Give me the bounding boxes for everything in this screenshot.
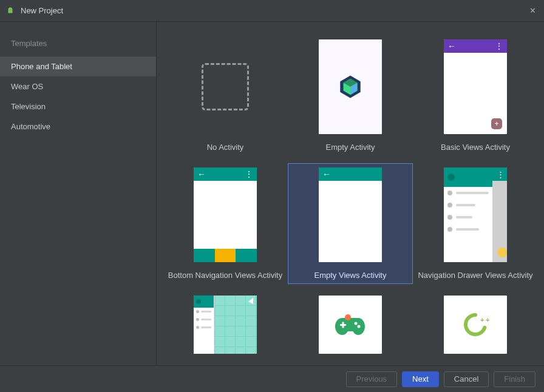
titlebar: New Project ✕ xyxy=(0,0,544,22)
template-label: Empty Activity xyxy=(326,143,375,152)
thumbnail xyxy=(194,296,257,354)
svg-text:+: + xyxy=(480,316,484,323)
cancel-button[interactable]: Cancel xyxy=(444,371,489,387)
sidebar-item-wear-os[interactable]: Wear OS xyxy=(0,76,156,96)
template-navigation-drawer[interactable]: ⋮ Navigation Drawer Views Activity xyxy=(413,163,538,284)
dashed-placeholder-icon xyxy=(202,63,249,110)
cpp-icon: + + xyxy=(457,313,494,337)
overflow-menu-icon: ⋮ xyxy=(495,41,503,51)
sidebar-item-automotive[interactable]: Automotive xyxy=(0,117,156,137)
overflow-menu-icon: ⋮ xyxy=(497,170,505,179)
svg-point-11 xyxy=(358,325,361,328)
previous-button[interactable]: Previous xyxy=(346,371,398,387)
template-game-activity[interactable]: Game Activity (C++) xyxy=(288,291,413,365)
thumbnail: ← xyxy=(319,167,382,262)
compose-logo-icon xyxy=(337,73,364,100)
next-button[interactable]: Next xyxy=(402,371,439,387)
back-arrow-icon: ← xyxy=(447,42,456,50)
thumbnail: ← ⋮ xyxy=(194,167,257,262)
sidebar-item-label: Television xyxy=(11,102,46,111)
back-arrow-icon: ← xyxy=(197,170,206,178)
sidebar-item-phone-tablet[interactable]: Phone and Tablet xyxy=(0,56,156,76)
template-bottom-navigation[interactable]: ← ⋮ Bottom Navigation Views Activity xyxy=(163,163,288,284)
footer-buttons: Previous Next Cancel Finish xyxy=(0,365,544,392)
template-no-activity[interactable]: No Activity xyxy=(163,35,288,156)
thumbnail: ← xyxy=(319,39,382,134)
finish-button[interactable]: Finish xyxy=(494,371,536,387)
window-title: New Project xyxy=(21,6,63,15)
arrow-diagonal-icon xyxy=(214,296,257,354)
appbar: ← xyxy=(319,167,382,181)
template-native-cpp[interactable]: + + Native C++ xyxy=(413,291,538,365)
template-label: Navigation Drawer Views Activity xyxy=(418,271,532,280)
overflow-menu-icon: ⋮ xyxy=(245,169,253,179)
template-empty-activity[interactable]: ← Empty Activity xyxy=(288,35,413,156)
close-icon[interactable]: ✕ xyxy=(527,6,538,15)
fab-icon: + xyxy=(491,118,502,129)
template-empty-views[interactable]: ← Empty Views Activity xyxy=(288,163,413,284)
template-gallery: No Activity ← Emp xyxy=(157,22,544,365)
thumbnail: + + xyxy=(444,296,507,354)
sidebar-heading: Templates xyxy=(0,33,156,56)
template-label: Basic Views Activity xyxy=(441,143,510,152)
svg-text:+: + xyxy=(486,316,489,323)
svg-point-10 xyxy=(355,322,358,325)
template-label: Empty Views Activity xyxy=(314,271,387,280)
svg-point-7 xyxy=(345,314,351,320)
sidebar-item-label: Automotive xyxy=(11,122,50,131)
svg-line-5 xyxy=(214,296,257,354)
bottom-nav-bar xyxy=(194,249,257,262)
android-studio-icon xyxy=(6,7,15,15)
thumbnail xyxy=(194,39,257,134)
template-label: Bottom Navigation Views Activity xyxy=(168,271,282,280)
back-arrow-icon: ← xyxy=(322,170,331,178)
thumbnail xyxy=(319,296,382,354)
fab-icon xyxy=(497,248,507,257)
thumbnail: ← ⋮ + xyxy=(444,39,507,134)
gamepad-icon xyxy=(335,314,365,335)
svg-rect-0 xyxy=(8,10,13,13)
template-label: No Activity xyxy=(207,143,244,152)
sidebar: Templates Phone and Tablet Wear OS Telev… xyxy=(0,22,157,365)
template-responsive-views[interactable]: Responsive Views Activity xyxy=(163,291,288,365)
sidebar-item-label: Wear OS xyxy=(11,82,43,91)
appbar: ← ⋮ xyxy=(194,167,257,181)
sidebar-item-label: Phone and Tablet xyxy=(11,62,72,71)
template-basic-views[interactable]: ← ⋮ + Basic Views Activity xyxy=(413,35,538,156)
nav-drawer-icon xyxy=(444,167,492,262)
sidebar-item-television[interactable]: Television xyxy=(0,96,156,117)
svg-rect-9 xyxy=(342,322,344,328)
thumbnail: ⋮ xyxy=(444,167,507,262)
appbar: ← ⋮ xyxy=(444,39,507,53)
main-area: Templates Phone and Tablet Wear OS Telev… xyxy=(0,22,544,365)
svg-marker-6 xyxy=(248,298,253,304)
